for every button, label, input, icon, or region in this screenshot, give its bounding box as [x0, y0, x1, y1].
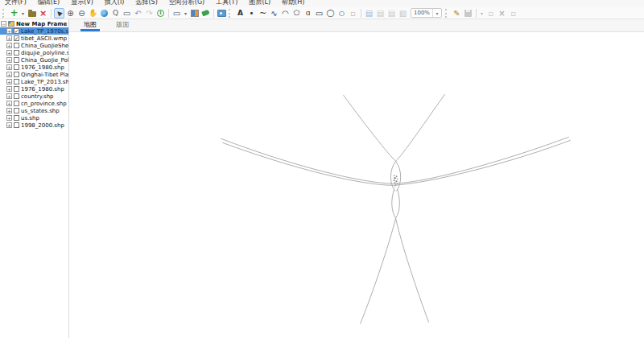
rectangle-tool-icon[interactable]: ▭ — [314, 8, 324, 19]
end-dropdown-caret-icon[interactable]: ▾ — [479, 8, 485, 19]
export-image-icon[interactable] — [217, 8, 227, 19]
menu-view[interactable]: 显示(V) — [71, 0, 93, 6]
freehand-line-icon[interactable]: ∿ — [269, 8, 279, 19]
layer-row[interactable]: + cn_province.shp — [0, 100, 68, 107]
layer-row[interactable]: + ✓ tibet_ASCII.wmp — [0, 35, 68, 42]
layer-checkbox[interactable] — [14, 101, 19, 106]
clear-frame-icon[interactable]: ▫ — [485, 8, 496, 19]
toolbar-grip-icon[interactable] — [229, 9, 232, 18]
layer-row[interactable]: + diqujie_polyline.sl — [0, 49, 68, 56]
menu-edit[interactable]: 编辑(E) — [38, 0, 60, 6]
expand-box-icon[interactable]: + — [6, 93, 12, 99]
tab-layout[interactable]: 版面 — [113, 19, 132, 31]
text-tool-icon[interactable]: A — [235, 8, 246, 19]
undo-icon[interactable]: ↶ — [133, 8, 143, 19]
expand-box-icon[interactable]: + — [6, 35, 12, 41]
layer-checkbox[interactable] — [14, 122, 19, 128]
save-edits-icon[interactable] — [463, 8, 473, 19]
paste-page-icon[interactable]: ▤ — [386, 8, 397, 19]
layer-row[interactable]: + country.shp — [0, 93, 68, 100]
copy-page-icon[interactable]: ▤ — [375, 8, 386, 19]
layer-checkbox[interactable] — [14, 64, 19, 70]
zoom-in-icon[interactable]: ⊕ — [65, 8, 76, 19]
select-cursor-icon[interactable]: ▶ — [54, 8, 64, 19]
layer-checkbox[interactable] — [14, 108, 19, 113]
layer-checkbox[interactable]: ✓ — [14, 35, 19, 41]
expand-box-icon[interactable]: + — [6, 101, 12, 106]
layer-checkbox[interactable] — [14, 79, 19, 84]
layer-checkbox[interactable] — [14, 43, 19, 48]
export-page-icon[interactable]: ▤ — [364, 8, 374, 19]
menu-spatial-analysis[interactable]: 空间分析(G) — [169, 0, 204, 6]
polygon-tool-icon[interactable]: ⬠ — [291, 8, 302, 19]
zoom-combo-caret-icon[interactable]: ▾ — [432, 9, 441, 17]
expand-box-icon[interactable]: + — [6, 86, 12, 92]
fit-page-icon[interactable]: ▧ — [398, 8, 408, 19]
layer-row[interactable]: + 1976_1980.shp — [0, 64, 68, 71]
layer-row[interactable]: + 1976_1980.shp — [0, 85, 68, 93]
layer-checkbox[interactable]: ✓ — [14, 28, 19, 34]
menu-tools[interactable]: 工具(T) — [216, 0, 237, 6]
tab-map[interactable]: 地图 — [80, 19, 100, 31]
expand-box-icon[interactable]: + — [6, 108, 12, 113]
layer-checkbox[interactable] — [14, 93, 19, 99]
layer-row[interactable]: + ✓ Lake_TP_1970s.shp — [0, 27, 68, 35]
label-tag-icon[interactable] — [200, 8, 211, 19]
layer-row[interactable]: + Lake_TP_2013.shp — [0, 78, 68, 85]
select-features-icon[interactable]: ▭ — [171, 8, 182, 19]
menu-select[interactable]: 选择(S) — [135, 0, 157, 6]
point-tool-icon[interactable]: • — [246, 8, 257, 19]
expand-box-icon[interactable]: + — [6, 72, 12, 77]
freehand-polygon-icon[interactable]: ɑ — [303, 8, 313, 19]
frame-select-icon[interactable]: ▫ — [508, 8, 518, 19]
menu-file[interactable]: 文件(F) — [5, 0, 27, 6]
collapse-box-icon[interactable]: − — [1, 21, 6, 27]
toolbar-grip-icon[interactable] — [2, 9, 6, 18]
menu-insert[interactable]: 插入(I) — [105, 0, 125, 6]
expand-box-icon[interactable]: + — [6, 43, 12, 48]
select-features-caret-icon[interactable]: ▾ — [183, 8, 188, 19]
zoom-out-icon[interactable]: ⊖ — [76, 8, 87, 19]
zoom-level-combo[interactable]: 100% ▾ — [411, 8, 442, 18]
layer-row[interactable]: + 1998_2000.shp — [0, 122, 68, 129]
layer-checkbox[interactable] — [14, 50, 19, 56]
lasso-tool-icon[interactable]: ▫ — [348, 8, 358, 19]
circle-tool-icon[interactable]: ○ — [336, 8, 347, 19]
delete-selection-icon[interactable]: × — [497, 8, 507, 19]
remove-layer-icon[interactable]: × — [38, 8, 48, 19]
expand-box-icon[interactable]: + — [6, 115, 12, 121]
toolbar-grip-icon[interactable] — [445, 9, 448, 18]
layer-row[interactable]: + us_states.shp — [0, 107, 68, 114]
expand-box-icon[interactable]: + — [6, 122, 12, 128]
extent-rectangle-icon[interactable]: ▭ — [122, 8, 132, 19]
ellipse-tool-icon[interactable]: ◯ — [325, 8, 336, 19]
layer-row[interactable]: + us.shp — [0, 114, 68, 122]
layer-row[interactable]: + China_GuoJie_Poly — [0, 56, 68, 64]
sketch-pencil-icon[interactable]: ✎ — [452, 8, 462, 19]
expand-box-icon[interactable]: + — [6, 79, 12, 84]
layer-checkbox[interactable] — [14, 57, 19, 63]
full-extent-globe-icon[interactable] — [99, 8, 109, 19]
expand-box-icon[interactable]: + — [6, 28, 12, 34]
map-frame-root[interactable]: − New Map Frame — [0, 20, 68, 27]
add-data-icon[interactable]: + — [9, 8, 19, 19]
identify-info-icon[interactable]: i — [155, 8, 166, 19]
layer-row[interactable]: + China_GuoJieShen — [0, 42, 68, 49]
layer-checkbox[interactable] — [14, 86, 19, 92]
line-tool-icon[interactable]: ~ — [258, 8, 268, 19]
expand-box-icon[interactable]: + — [6, 57, 12, 63]
layer-checkbox[interactable] — [14, 115, 19, 121]
menu-layers[interactable]: 图层(L) — [249, 0, 270, 6]
pan-hand-icon[interactable]: ✋ — [88, 8, 98, 19]
curve-tool-icon[interactable]: ◠ — [280, 8, 291, 19]
attribute-table-icon[interactable] — [189, 8, 200, 19]
menu-help[interactable]: 帮助(H) — [282, 0, 304, 6]
add-data-caret-icon[interactable]: ▾ — [20, 8, 26, 19]
expand-box-icon[interactable]: + — [6, 50, 12, 56]
open-folder-icon[interactable] — [27, 8, 37, 19]
map-canvas[interactable] — [69, 32, 644, 338]
layer-row[interactable]: + Qinghai-Tibet Plat — [0, 71, 68, 78]
redo-icon[interactable]: ↷ — [144, 8, 155, 19]
expand-box-icon[interactable]: + — [6, 64, 12, 70]
zoom-selection-icon[interactable]: Q — [110, 8, 121, 19]
